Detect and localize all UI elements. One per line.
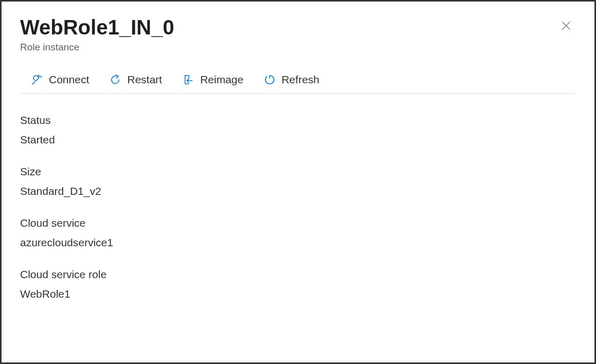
cloud-service-label: Cloud service bbox=[20, 217, 576, 229]
close-icon bbox=[560, 20, 572, 31]
cloud-service-role-property: Cloud service role WebRole1 bbox=[20, 268, 576, 300]
reimage-icon bbox=[183, 74, 194, 85]
connect-icon bbox=[31, 74, 43, 85]
reimage-button[interactable]: Reimage bbox=[182, 71, 244, 88]
reimage-label: Reimage bbox=[200, 74, 243, 86]
header-text-block: WebRole1_IN_0 Role instance bbox=[20, 16, 174, 53]
refresh-label: Refresh bbox=[282, 74, 320, 86]
size-value: Standard_D1_v2 bbox=[20, 185, 576, 197]
size-property: Size Standard_D1_v2 bbox=[20, 166, 576, 197]
page-title: WebRole1_IN_0 bbox=[20, 16, 174, 39]
cloud-service-property: Cloud service azurecloudservice1 bbox=[20, 217, 576, 249]
connect-label: Connect bbox=[49, 74, 89, 86]
command-bar: Connect Restart Reimage Refresh bbox=[20, 71, 576, 94]
refresh-icon bbox=[264, 74, 275, 85]
restart-button[interactable]: Restart bbox=[109, 71, 163, 88]
close-button[interactable] bbox=[556, 16, 576, 35]
blade-header: WebRole1_IN_0 Role instance bbox=[20, 16, 576, 53]
restart-label: Restart bbox=[127, 74, 162, 86]
status-value: Started bbox=[20, 134, 576, 146]
cloud-service-role-value: WebRole1 bbox=[20, 288, 576, 300]
page-subtitle: Role instance bbox=[20, 42, 174, 53]
refresh-button[interactable]: Refresh bbox=[263, 71, 321, 88]
cloud-service-role-label: Cloud service role bbox=[20, 268, 576, 281]
status-label: Status bbox=[20, 114, 576, 126]
status-property: Status Started bbox=[20, 114, 576, 146]
restart-icon bbox=[110, 74, 121, 85]
size-label: Size bbox=[20, 166, 576, 178]
connect-button[interactable]: Connect bbox=[30, 71, 90, 88]
properties-section: Status Started Size Standard_D1_v2 Cloud… bbox=[20, 114, 576, 300]
cloud-service-value: azurecloudservice1 bbox=[20, 236, 576, 249]
